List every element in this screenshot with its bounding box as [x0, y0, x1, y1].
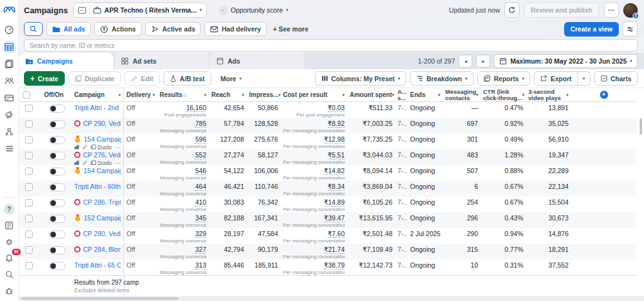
- reports-button[interactable]: Reports▾: [477, 71, 530, 86]
- view-charts-icon[interactable]: [74, 144, 79, 149]
- breakdown-button[interactable]: Breakdown▾: [410, 71, 474, 86]
- campaign-onoff-toggle[interactable]: [49, 183, 65, 191]
- row-checkbox[interactable]: [25, 230, 33, 238]
- results-value[interactable]: 327: [195, 246, 206, 254]
- row-checkbox[interactable]: [25, 262, 33, 270]
- col-header-messaging-contacts[interactable]: Messagingcontacts▾: [443, 88, 480, 101]
- row-checkbox[interactable]: [25, 105, 33, 112]
- search-nav-icon[interactable]: [3, 268, 16, 281]
- results-value[interactable]: 313: [195, 261, 206, 270]
- campaign-onoff-toggle[interactable]: [49, 215, 65, 223]
- col-header-reach[interactable]: Reach▾: [209, 88, 247, 101]
- edit-pencil-icon[interactable]: [82, 160, 87, 165]
- filter-had-delivery[interactable]: Had delivery: [204, 22, 266, 36]
- row-checkbox[interactable]: [25, 168, 33, 175]
- advertise-megaphone-icon[interactable]: [3, 108, 16, 121]
- all-tools-icon[interactable]: [3, 142, 16, 155]
- campaigns-nav-icon[interactable]: [3, 40, 16, 53]
- col-header-delivery[interactable]: Delivery▾: [124, 88, 157, 101]
- cost-per-result-value[interactable]: ₹12.98: [324, 135, 345, 144]
- campaign-name-link[interactable]: CP 290, Vedic A...: [83, 120, 121, 128]
- col-header-add-column[interactable]: +: [571, 88, 636, 101]
- previous-page-button[interactable]: ◂: [458, 55, 472, 67]
- results-value[interactable]: 464: [195, 183, 206, 191]
- cost-per-result-value[interactable]: ₹14.89: [324, 198, 345, 207]
- row-checkbox[interactable]: [25, 120, 33, 128]
- col-header-amount-spent[interactable]: Amount spent▾: [347, 88, 395, 101]
- next-page-button[interactable]: ▸: [476, 55, 490, 67]
- table-row[interactable]: CP 286, Tripti At... Off 410Messaging co…: [19, 196, 636, 212]
- avatar[interactable]: f: [623, 3, 638, 18]
- export-dropdown-button[interactable]: ▾: [578, 71, 591, 86]
- campaign-name-link[interactable]: Tripti Attri - 2nd Ca...: [74, 104, 121, 112]
- billing-icon[interactable]: [3, 91, 16, 104]
- vertical-scrollbar[interactable]: [640, 118, 642, 135]
- col-header-campaign[interactable]: Campaign▾: [70, 88, 124, 101]
- results-value[interactable]: 785: [195, 120, 206, 128]
- notifications-bell-icon[interactable]: 60: [3, 252, 16, 264]
- campaign-onoff-toggle[interactable]: [49, 230, 65, 239]
- cost-per-result-value[interactable]: ₹21.74: [324, 246, 345, 254]
- ab-test-button[interactable]: A/B test: [164, 71, 211, 86]
- edit-button[interactable]: Edit: [125, 71, 160, 86]
- cost-per-result-value[interactable]: ₹38.79: [324, 261, 345, 270]
- col-header-ctr[interactable]: CTR (linkclick-throug...▾: [480, 88, 526, 101]
- campaign-name-link[interactable]: Tripti Attri - 65 Cam...: [74, 261, 121, 270]
- whats-new-icon[interactable]: [3, 219, 16, 232]
- report-bug-icon[interactable]: [3, 285, 16, 297]
- refresh-button[interactable]: [504, 3, 519, 18]
- campaign-name-link[interactable]: 154 Campaign -...: [84, 135, 121, 144]
- row-checkbox[interactable]: [25, 199, 33, 207]
- campaign-name-link[interactable]: Tripti Attri - 60th Ca...: [74, 183, 121, 191]
- edit-pencil-icon[interactable]: [82, 144, 87, 149]
- events-manager-icon[interactable]: [3, 125, 16, 138]
- table-row[interactable]: CP 284, Blond S... Off 327Messaging conv…: [19, 244, 636, 259]
- cost-per-result-value[interactable]: ₹5.51: [328, 151, 345, 159]
- ads-reporting-icon[interactable]: [3, 57, 16, 70]
- more-button[interactable]: More▾: [215, 71, 248, 86]
- date-range-selector[interactable]: Maximum: 30 May 2022 - 30 Jun 2025 ▾: [494, 54, 638, 68]
- table-row[interactable]: CP 280, Vedic A... Off 329Messaging conv…: [19, 228, 636, 244]
- results-value[interactable]: 345: [195, 214, 206, 222]
- more-actions[interactable]: ···: [116, 160, 121, 165]
- tab-campaigns[interactable]: Campaigns: [19, 53, 113, 69]
- charts-button[interactable]: Charts: [594, 71, 638, 86]
- col-header-results[interactable]: Results↓▾: [157, 88, 209, 101]
- campaign-name-link[interactable]: 152 Campaign -...: [84, 214, 121, 222]
- table-row[interactable]: Tripti Attri - 2nd Ca... Off 16,160Post …: [19, 102, 636, 118]
- filter-all-ads[interactable]: All ads: [47, 22, 91, 36]
- cost-per-result-value[interactable]: ₹8.34: [328, 183, 345, 191]
- cost-per-result-value[interactable]: ₹7.60: [328, 230, 345, 238]
- filter-active-ads[interactable]: Active ads: [145, 22, 201, 36]
- filter-actions[interactable]: Actions: [94, 22, 142, 36]
- campaign-name-link[interactable]: CP 286, Tripti At...: [83, 198, 121, 207]
- col-header-video-plays[interactable]: 3-secondvideo plays▾: [526, 88, 571, 101]
- columns-button[interactable]: Columns: My Preset▾: [315, 71, 406, 86]
- tab-ad-sets[interactable]: Ad sets: [114, 53, 209, 69]
- results-value[interactable]: 546: [195, 167, 206, 175]
- duplicate-button[interactable]: Duplicate: [69, 71, 121, 86]
- row-checkbox[interactable]: [25, 215, 33, 222]
- review-and-publish-button[interactable]: Review and publish: [524, 3, 599, 18]
- table-row[interactable]: 154 Campaign -... Duplic ··· Off 596Mess…: [19, 133, 636, 149]
- table-row[interactable]: Tripti Attri - 65 Cam... Off 313Messagin…: [19, 259, 636, 275]
- tab-ads[interactable]: Ads: [210, 53, 304, 69]
- table-row[interactable]: 154 Campaign -... Off 546Messaging conve…: [19, 165, 636, 181]
- campaign-name-link[interactable]: CP 280, Vedic A...: [83, 230, 121, 238]
- account-selector[interactable]: APR Techno ( Ritesh Verma... ▾: [73, 3, 207, 18]
- cost-per-result-value[interactable]: ₹39.47: [324, 214, 345, 222]
- results-value[interactable]: 552: [195, 151, 206, 159]
- view-charts-icon[interactable]: [74, 160, 79, 165]
- row-checkbox[interactable]: [25, 136, 33, 144]
- duplicate-action[interactable]: Duplic: [91, 160, 113, 165]
- col-header-select-all[interactable]: [19, 88, 42, 101]
- row-checkbox[interactable]: [25, 246, 33, 254]
- row-checkbox[interactable]: [25, 183, 33, 191]
- cost-per-result-value[interactable]: ₹0.03: [328, 104, 345, 112]
- more-options-button[interactable]: ···: [604, 3, 619, 18]
- search-input[interactable]: [24, 39, 638, 52]
- table-row[interactable]: 152 Campaign -... Off 345Messaging conve…: [19, 212, 636, 228]
- table-row[interactable]: CP 276, Vedic A... Duplic ··· Off 552Mes…: [19, 149, 636, 165]
- campaign-name-link[interactable]: CP 276, Vedic A...: [83, 151, 121, 159]
- table-row[interactable]: CP 290, Vedic A... Off 785Messaging conv…: [19, 118, 636, 133]
